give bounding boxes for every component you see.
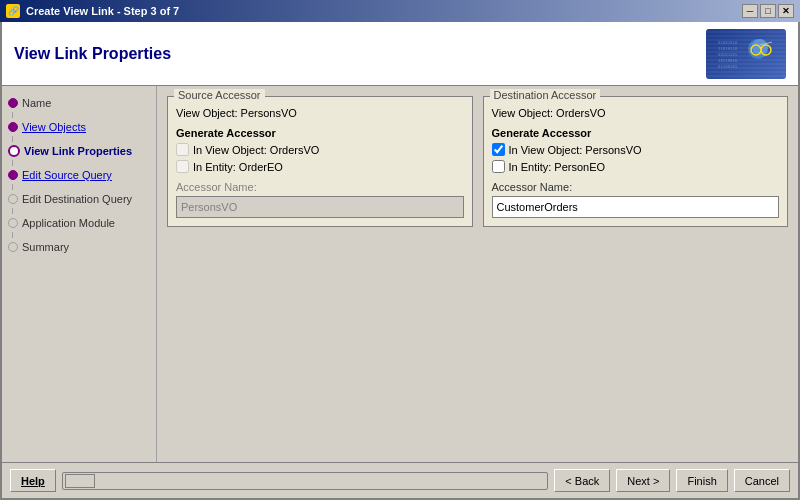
minimize-button[interactable]: ─ — [742, 4, 758, 18]
svg-point-1 — [752, 39, 768, 55]
source-checkbox-entity-row: In Entity: OrderEO — [176, 160, 464, 173]
sidebar-dot-name — [8, 98, 18, 108]
main-window: View Link Properties 01001010 11010110 0… — [0, 22, 800, 500]
source-accessor-panel: Source Accessor View Object: PersonsVO G… — [167, 96, 473, 227]
svg-text:10110010: 10110010 — [718, 58, 738, 63]
sidebar-dot-edit-source — [8, 170, 18, 180]
destination-accessor-panel: Destination Accessor View Object: Orders… — [483, 96, 789, 227]
source-checkbox-view-object-row: In View Object: OrdersVO — [176, 143, 464, 156]
bottom-bar: Help < Back Next > Finish Cancel — [2, 462, 798, 498]
source-checkbox-view-object[interactable] — [176, 143, 189, 156]
svg-point-3 — [761, 45, 771, 55]
svg-text:11010110: 11010110 — [718, 46, 738, 51]
source-accessor-name-input[interactable] — [176, 196, 464, 218]
title-bar: 🔗 Create View Link - Step 3 of 7 ─ □ ✕ — [0, 0, 800, 22]
source-checkbox-entity-label: In Entity: OrderEO — [193, 161, 283, 173]
destination-vo-label: View Object: OrdersVO — [492, 107, 780, 119]
maximize-button[interactable]: □ — [760, 4, 776, 18]
destination-accessor-legend: Destination Accessor — [490, 89, 601, 101]
title-icon: 🔗 — [6, 4, 20, 18]
content-area: Name View Objects View Link Properties E… — [2, 86, 798, 462]
sidebar-dot-app-module — [8, 218, 18, 228]
source-accessor-name-label: Accessor Name: — [176, 181, 464, 193]
header-graphic: 01001010 11010110 00101101 10110010 0110… — [706, 29, 786, 79]
sidebar-dot-view-objects — [8, 122, 18, 132]
destination-checkbox-view-object-label: In View Object: PersonsVO — [509, 144, 642, 156]
sidebar-item-view-objects[interactable]: View Objects — [2, 118, 156, 136]
source-checkbox-view-object-label: In View Object: OrdersVO — [193, 144, 319, 156]
sidebar-item-name[interactable]: Name — [2, 94, 156, 112]
help-button[interactable]: Help — [10, 469, 56, 492]
finish-button[interactable]: Finish — [676, 469, 727, 492]
page-title: View Link Properties — [14, 45, 171, 63]
destination-checkbox-entity[interactable] — [492, 160, 505, 173]
main-panel: Source Accessor View Object: PersonsVO G… — [157, 86, 798, 462]
sidebar-dot-summary — [8, 242, 18, 252]
source-generate-label: Generate Accessor — [176, 127, 464, 139]
sidebar-item-summary: Summary — [2, 238, 156, 256]
sidebar-item-view-link-properties[interactable]: View Link Properties — [2, 142, 156, 160]
sidebar-item-application-module: Application Module — [2, 214, 156, 232]
svg-text:01100101: 01100101 — [718, 64, 738, 69]
source-accessor-legend: Source Accessor — [174, 89, 265, 101]
destination-checkbox-view-object[interactable] — [492, 143, 505, 156]
header: View Link Properties 01001010 11010110 0… — [2, 22, 798, 86]
svg-point-2 — [751, 45, 761, 55]
title-text: Create View Link - Step 3 of 7 — [26, 5, 179, 17]
title-controls: ─ □ ✕ — [742, 4, 794, 18]
horizontal-scrollbar[interactable] — [62, 472, 549, 490]
svg-point-0 — [748, 39, 768, 59]
next-button[interactable]: Next > — [616, 469, 670, 492]
svg-text:00101101: 00101101 — [718, 52, 738, 57]
svg-text:01001010: 01001010 — [718, 40, 738, 45]
sidebar-item-edit-source-query[interactable]: Edit Source Query — [2, 166, 156, 184]
destination-accessor-name-label: Accessor Name: — [492, 181, 780, 193]
destination-accessor-name-input[interactable] — [492, 196, 780, 218]
svg-line-5 — [760, 42, 772, 45]
back-button[interactable]: < Back — [554, 469, 610, 492]
cancel-button[interactable]: Cancel — [734, 469, 790, 492]
close-button[interactable]: ✕ — [778, 4, 794, 18]
destination-generate-label: Generate Accessor — [492, 127, 780, 139]
destination-checkbox-entity-row: In Entity: PersonEO — [492, 160, 780, 173]
sidebar-item-edit-destination-query: Edit Destination Query — [2, 190, 156, 208]
destination-checkbox-view-object-row: In View Object: PersonsVO — [492, 143, 780, 156]
sidebar-dot-edit-dest — [8, 194, 18, 204]
source-vo-label: View Object: PersonsVO — [176, 107, 464, 119]
source-checkbox-entity[interactable] — [176, 160, 189, 173]
scrollbar-thumb — [65, 474, 95, 488]
sidebar: Name View Objects View Link Properties E… — [2, 86, 157, 462]
sidebar-dot-view-link-props — [8, 145, 20, 157]
destination-checkbox-entity-label: In Entity: PersonEO — [509, 161, 606, 173]
